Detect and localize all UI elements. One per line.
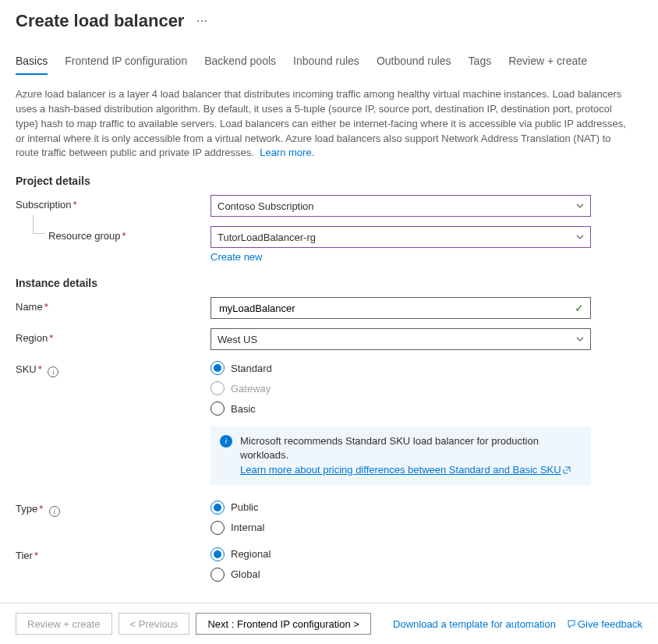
name-input-wrapper: ✓ [210, 297, 591, 319]
page-title: Create load balancer [16, 11, 184, 31]
radio-label: Public [231, 501, 258, 513]
sku-label: SKU [16, 363, 37, 375]
region-label: Region [16, 332, 48, 344]
give-feedback-link[interactable]: Give feedback [567, 618, 642, 630]
radio-icon [210, 568, 225, 582]
sku-radio-standard[interactable]: Standard [210, 361, 591, 375]
project-details-title: Project details [16, 175, 642, 187]
type-radio-internal[interactable]: Internal [210, 521, 591, 535]
next-button[interactable]: Next : Frontend IP configuration > [196, 613, 371, 635]
feedback-icon [567, 620, 576, 629]
tab-basics[interactable]: Basics [16, 55, 48, 75]
name-input[interactable] [218, 302, 570, 315]
more-icon[interactable]: ⋯ [196, 15, 209, 27]
region-value: West US [218, 334, 257, 345]
required-asterisk: * [39, 503, 43, 515]
tab-tags[interactable]: Tags [469, 55, 492, 75]
radio-label: Gateway [231, 383, 271, 395]
required-asterisk: * [122, 230, 126, 242]
tab-frontend-ip[interactable]: Frontend IP configuration [65, 55, 187, 75]
tier-radio-group: Regional Global [210, 546, 591, 582]
radio-icon [210, 547, 225, 561]
radio-icon [210, 521, 225, 535]
sku-radio-basic[interactable]: Basic [210, 402, 591, 416]
indent-line [33, 215, 45, 234]
sku-radio-gateway: Gateway [210, 381, 591, 395]
tab-outbound-rules[interactable]: Outbound rules [377, 55, 451, 75]
sku-info-box: i Microsoft recommends Standard SKU load… [210, 426, 591, 485]
chevron-down-icon [576, 233, 584, 241]
radio-icon [210, 361, 225, 375]
subscription-label: Subscription [16, 199, 72, 211]
resource-group-label: Resource group [48, 230, 121, 242]
subscription-select[interactable]: Contoso Subscription [210, 195, 591, 217]
intro-text: Azure load balancer is a layer 4 load ba… [16, 88, 626, 158]
footer: Review + create < Previous Next : Fronte… [0, 603, 658, 644]
sku-info-link[interactable]: Learn more about pricing differences bet… [240, 464, 571, 476]
name-label: Name [16, 301, 43, 313]
intro-description: Azure load balancer is a layer 4 load ba… [16, 87, 631, 161]
radio-icon [210, 501, 225, 515]
check-icon: ✓ [575, 302, 584, 314]
radio-label: Standard [231, 363, 272, 374]
region-select[interactable]: West US [210, 328, 591, 350]
type-label: Type [16, 503, 37, 515]
sku-radio-group: Standard Gateway Basic [210, 359, 591, 416]
subscription-value: Contoso Subscription [218, 200, 314, 212]
previous-button: < Previous [119, 613, 190, 635]
info-icon[interactable]: i [49, 506, 60, 517]
chevron-down-icon [576, 202, 584, 210]
required-asterisk: * [44, 301, 48, 313]
radio-label: Regional [231, 548, 271, 560]
tier-radio-regional[interactable]: Regional [210, 547, 591, 561]
resource-group-select[interactable]: TutorLoadBalancer-rg [210, 226, 591, 248]
chevron-down-icon [576, 335, 584, 343]
tab-review-create[interactable]: Review + create [508, 55, 587, 75]
type-radio-public[interactable]: Public [210, 501, 591, 515]
radio-label: Global [231, 568, 260, 580]
required-asterisk: * [49, 332, 53, 344]
resource-group-value: TutorLoadBalancer-rg [218, 232, 316, 243]
type-radio-group: Public Internal [210, 499, 591, 535]
required-asterisk: * [34, 550, 38, 561]
info-icon: i [220, 435, 232, 448]
radio-icon [210, 402, 225, 416]
info-icon[interactable]: i [48, 366, 58, 377]
tab-backend-pools[interactable]: Backend pools [204, 55, 276, 75]
instance-details-title: Instance details [16, 277, 642, 289]
required-asterisk: * [73, 199, 77, 211]
create-new-link[interactable]: Create new [210, 251, 262, 263]
review-create-button: Review + create [16, 613, 112, 635]
radio-label: Basic [231, 403, 256, 415]
tabs: Basics Frontend IP configuration Backend… [0, 37, 658, 75]
tab-inbound-rules[interactable]: Inbound rules [293, 55, 359, 75]
radio-icon [210, 381, 225, 395]
sku-info-text: Microsoft recommends Standard SKU load b… [240, 435, 539, 461]
radio-label: Internal [231, 522, 264, 533]
tier-label: Tier [16, 550, 33, 561]
required-asterisk: * [38, 363, 42, 375]
download-template-link[interactable]: Download a template for automation [393, 618, 556, 630]
learn-more-link[interactable]: Learn more. [260, 147, 314, 158]
external-link-icon [563, 466, 571, 474]
tier-radio-global[interactable]: Global [210, 568, 591, 582]
